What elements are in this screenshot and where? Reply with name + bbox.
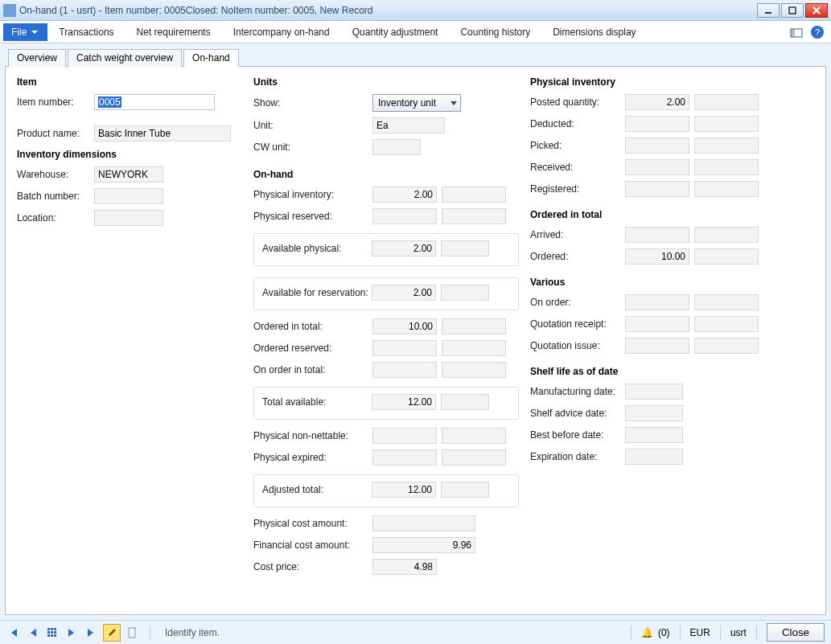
- avail-phys-field2[interactable]: [441, 240, 489, 256]
- total-avail-field[interactable]: [372, 394, 436, 410]
- deducted-field2[interactable]: [694, 116, 759, 132]
- product-name-field[interactable]: [94, 125, 231, 142]
- fin-cost-field[interactable]: [372, 537, 475, 553]
- avail-res-field2[interactable]: [441, 285, 489, 301]
- edit-button[interactable]: [103, 624, 121, 642]
- item-number-field[interactable]: 0005: [94, 94, 215, 110]
- document-icon[interactable]: [125, 626, 140, 640]
- deducted-field[interactable]: [625, 116, 689, 132]
- maximize-button[interactable]: [781, 3, 804, 18]
- phys-inv-field2[interactable]: [442, 187, 506, 203]
- tab-cw-overview[interactable]: Catch weight overview: [68, 49, 182, 67]
- close-button[interactable]: [805, 3, 828, 18]
- phys-exp-field[interactable]: [372, 449, 437, 466]
- nav-first-button[interactable]: [6, 626, 21, 640]
- exp-field[interactable]: [625, 449, 683, 465]
- svg-rect-10: [51, 631, 53, 634]
- quo-receipt-field2[interactable]: [694, 316, 759, 332]
- show-select[interactable]: Inventory unit: [372, 94, 461, 112]
- best-field[interactable]: [625, 427, 683, 443]
- menu-counting-history[interactable]: Counting history: [449, 23, 541, 41]
- quo-issue-field2[interactable]: [694, 338, 759, 354]
- on-order-total-field[interactable]: [372, 362, 437, 378]
- label-phys-cost: Physical cost amount:: [253, 518, 372, 529]
- adj-total-field[interactable]: [372, 482, 436, 498]
- label-ordered-res: Ordered reserved:: [253, 343, 372, 354]
- advice-field[interactable]: [625, 405, 683, 421]
- attach-window-icon[interactable]: [789, 25, 804, 39]
- svg-rect-1: [789, 7, 796, 14]
- minimize-button[interactable]: [757, 3, 780, 18]
- ordered-field2[interactable]: [694, 248, 759, 265]
- registered-field[interactable]: [625, 181, 689, 197]
- ordered-total-field[interactable]: [372, 318, 437, 334]
- avail-phys-field[interactable]: [372, 240, 436, 256]
- unit-field[interactable]: [372, 117, 445, 133]
- nav-prev-button[interactable]: [26, 626, 40, 640]
- nav-next-button[interactable]: [64, 626, 79, 640]
- cw-unit-field[interactable]: [372, 139, 421, 155]
- group-total-avail: Total available:: [253, 387, 519, 420]
- bell-icon[interactable]: 🔔: [641, 627, 653, 638]
- posted-field2[interactable]: [694, 94, 759, 110]
- received-field[interactable]: [625, 159, 689, 175]
- ordered-res-field[interactable]: [372, 340, 437, 356]
- phys-nonnet-field2[interactable]: [442, 428, 506, 444]
- label-deducted: Deducted:: [530, 118, 625, 129]
- on-order-field2[interactable]: [694, 294, 759, 310]
- nav-grid-button[interactable]: [45, 626, 60, 640]
- ordered-total-field2[interactable]: [442, 318, 506, 334]
- phys-cost-field[interactable]: [372, 515, 475, 531]
- quo-receipt-field[interactable]: [625, 316, 689, 332]
- mfg-field[interactable]: [625, 384, 683, 400]
- phys-nonnet-field[interactable]: [372, 428, 437, 444]
- location-field[interactable]: [94, 210, 163, 226]
- label-ordered: Ordered:: [530, 251, 625, 262]
- close-form-button[interactable]: Close: [767, 623, 825, 642]
- label-phys-nonnet: Physical non-nettable:: [253, 430, 372, 441]
- adj-total-field2[interactable]: [441, 482, 489, 498]
- phys-exp-field2[interactable]: [442, 449, 506, 466]
- avail-res-field[interactable]: [372, 285, 436, 301]
- picked-field2[interactable]: [694, 137, 759, 154]
- svg-rect-11: [54, 631, 56, 634]
- nav-last-button[interactable]: [84, 626, 98, 640]
- label-registered: Registered:: [530, 183, 625, 195]
- on-order-field[interactable]: [625, 294, 689, 310]
- svg-rect-7: [51, 628, 53, 630]
- phys-res-field2[interactable]: [442, 208, 506, 224]
- arrived-field2[interactable]: [694, 227, 759, 243]
- arrived-field[interactable]: [625, 227, 689, 243]
- svg-rect-8: [54, 628, 56, 630]
- quo-issue-field[interactable]: [625, 338, 689, 354]
- picked-field[interactable]: [625, 137, 689, 154]
- cost-price-field[interactable]: [372, 559, 437, 575]
- status-currency: EUR: [690, 627, 710, 638]
- bell-count: (0): [658, 627, 670, 638]
- help-icon[interactable]: ?: [810, 25, 825, 39]
- phys-res-field[interactable]: [372, 208, 437, 224]
- phys-inv-field[interactable]: [372, 187, 437, 203]
- menu-intercompany-onhand[interactable]: Intercompany on-hand: [222, 23, 341, 41]
- svg-rect-15: [129, 628, 135, 638]
- menu-transactions[interactable]: Transactions: [47, 23, 125, 41]
- menu-quantity-adjustment[interactable]: Quantity adjustment: [341, 23, 450, 41]
- tab-onhand[interactable]: On-hand: [183, 49, 239, 67]
- col-phys-inv: Physical inventory Posted quantity: Dedu…: [530, 75, 771, 606]
- menu-net-requirements[interactable]: Net requirements: [125, 23, 222, 41]
- batch-field[interactable]: [94, 188, 163, 204]
- svg-rect-14: [54, 634, 56, 637]
- on-order-total-field2[interactable]: [442, 362, 506, 378]
- ordered-res-field2[interactable]: [442, 340, 506, 356]
- posted-field[interactable]: [625, 94, 689, 110]
- tab-overview[interactable]: Overview: [8, 49, 66, 67]
- total-avail-field2[interactable]: [441, 394, 489, 410]
- menu-dimensions-display[interactable]: Dimensions display: [541, 23, 647, 41]
- menu-file[interactable]: File: [3, 23, 47, 41]
- label-warehouse: Warehouse:: [17, 169, 94, 180]
- warehouse-field[interactable]: [94, 166, 163, 183]
- header-phys-inv: Physical inventory: [530, 76, 771, 88]
- ordered-field[interactable]: [625, 248, 689, 265]
- received-field2[interactable]: [694, 159, 759, 175]
- registered-field2[interactable]: [694, 181, 759, 197]
